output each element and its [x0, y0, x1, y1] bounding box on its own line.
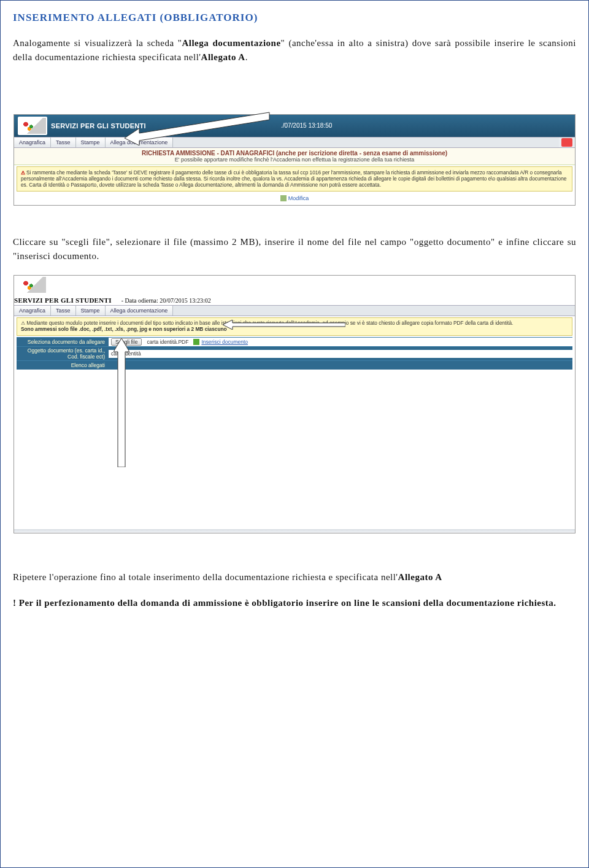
tab-bar: Anagrafica Tasse Stampe Allega documenta…	[14, 137, 575, 148]
p4-text: Per il perfezionamento della domanda di …	[19, 598, 556, 608]
notice-box-2: ⚠ Mediante questo modulo potete inserire…	[17, 317, 572, 336]
tab-tasse[interactable]: Tasse	[51, 138, 76, 147]
flag-icon[interactable]	[561, 138, 572, 147]
edit-icon	[280, 195, 287, 201]
tab-tasse-2[interactable]: Tasse	[51, 306, 76, 316]
app-topbar-2: SERVIZI PER GLI STUDENTI - Data odierna:…	[14, 276, 575, 305]
p1-text-e: .	[245, 52, 248, 62]
tab-stampe-2[interactable]: Stampe	[76, 306, 106, 316]
warning-icon-2: ⚠	[21, 320, 25, 326]
modify-link[interactable]: Modifica	[288, 195, 309, 201]
modify-row: Modifica	[14, 194, 575, 206]
p4-bang: !	[13, 598, 19, 608]
warning-icon: ⚠	[21, 169, 25, 176]
insert-document-link[interactable]: Inserisci documento	[193, 339, 248, 345]
timestamp-2: - Data odierna: 20/07/2015 13:23:02	[121, 297, 211, 304]
notice-text: Si rammenta che mediante la scheda 'Tass…	[21, 169, 566, 188]
section-header: RICHIESTA AMMISSIONE - DATI ANAGRAFICI (…	[14, 148, 575, 165]
object-field-value[interactable]: carta identità	[111, 351, 141, 357]
isidata-logo	[18, 117, 47, 135]
p3-text-a: Ripetere l'operazione fino al totale ins…	[13, 572, 398, 582]
app-topbar: SERVIZI PER GLI STUDENTI ./07/2015 13:18…	[14, 115, 575, 137]
tab-stampe[interactable]: Stampe	[76, 138, 106, 147]
tab-bar-2: Anagrafica Tasse Stampe Allega documenta…	[14, 305, 575, 316]
p1-bold-1: Allega documentazione	[182, 38, 280, 48]
paragraph-1: Analogamente si visualizzerà la scheda "…	[13, 36, 576, 65]
form-panel: Seleziona documento da allegare Scegli f…	[17, 337, 572, 370]
notice2-line2: Sono ammessi solo file .doc, .pdf, .txt,…	[21, 326, 227, 332]
tab-anagrafica[interactable]: Anagrafica	[14, 138, 51, 147]
label-attachment-list: Elenco allegati	[17, 362, 109, 369]
app-brand: SERVIZI PER GLI STUDENTI	[51, 122, 146, 130]
page-title: INSERIMENTO ALLEGATI (OBBLIGATORIO)	[13, 12, 576, 24]
p1-bold-2: Allegato A	[201, 52, 245, 62]
selected-filename: carta identità.PDF	[147, 339, 188, 345]
tab-allega-documentazione[interactable]: Allega documentazione	[106, 138, 174, 147]
isidata-logo-2	[18, 276, 47, 294]
header-text: RICHIESTA AMMISSIONE - DATI ANAGRAFICI (…	[142, 150, 447, 157]
tab-allega-documentazione-2[interactable]: Allega documentazione	[106, 306, 174, 316]
notice-box: ⚠Si rammenta che mediante la scheda 'Tas…	[17, 166, 572, 192]
p1-text-a: Analogamente si visualizzerà la scheda "	[13, 38, 182, 48]
paragraph-4: ! Per il perfezionamento della domanda d…	[13, 596, 576, 610]
tab-anagrafica-2[interactable]: Anagrafica	[14, 306, 51, 316]
screenshot-2: SERVIZI PER GLI STUDENTI - Data odierna:…	[13, 275, 576, 534]
label-object: Oggetto documento (es. carta id., Cod. f…	[17, 347, 109, 360]
choose-file-button[interactable]: Scegli file	[111, 338, 142, 346]
timestamp: ./07/2015 13:18:50	[281, 122, 332, 129]
screenshot-1: SERVIZI PER GLI STUDENTI ./07/2015 13:18…	[13, 114, 576, 206]
notice2-line1: Mediante questo modulo potete inserire i…	[26, 320, 513, 326]
header-subtext: E' possibile apportare modifiche finchè …	[17, 157, 572, 163]
label-select-file: Seleziona documento da allegare	[17, 338, 109, 346]
paragraph-2: Cliccare su "scegli file", selezionare i…	[13, 235, 576, 264]
paragraph-3: Ripetere l'operazione fino al totale ins…	[13, 570, 576, 584]
app-brand-2: SERVIZI PER GLI STUDENTI	[14, 296, 112, 304]
p3-bold: Allegato A	[398, 572, 442, 582]
